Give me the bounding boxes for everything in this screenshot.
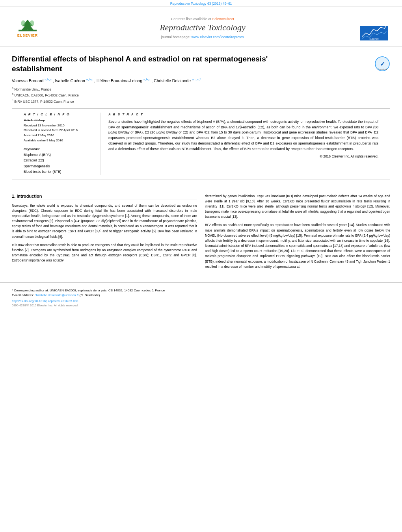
email-link[interactable]: christelle.delalande@unicaen.fr	[35, 293, 79, 297]
footnote-corresponding: * Corresponding author at: UNICAEN EA260…	[12, 288, 390, 293]
svg-text:CrossMark: CrossMark	[378, 68, 387, 70]
abstract-section: A B S T R A C T Several studies have hig…	[108, 113, 378, 175]
homepage-url[interactable]: www.elsevier.com/locate/reprotox	[192, 35, 244, 39]
crossmark-logo: ✓ CrossMark	[374, 56, 390, 72]
svg-point-3	[30, 20, 34, 26]
abstract-title: A B S T R A C T	[108, 113, 378, 116]
intro-heading: 1. Introduction	[12, 194, 197, 200]
journal-title: Reproductive Toxicology	[55, 22, 350, 33]
affiliations: a Normandie Univ., France b UNICAEN, EA2…	[12, 86, 390, 104]
footnote-area: * Corresponding author at: UNICAEN EA260…	[0, 282, 402, 309]
keywords-label: Keywords:	[24, 147, 94, 151]
copyright: © 2016 Elsevier Inc. All rights reserved…	[108, 154, 378, 158]
footnote-email: E-mail address: christelle.delalande@uni…	[12, 293, 390, 298]
abstract-text: Several studies have highlighted the neg…	[108, 119, 378, 152]
article-dates: Received 13 November 2015 Received in re…	[24, 123, 94, 143]
journal-header: ELSEVIER Contents lists available at Sci…	[0, 7, 402, 46]
article-info: A R T I C L E I N F O Article history: R…	[24, 113, 100, 175]
header-center: Contents lists available at ScienceDirec…	[47, 17, 358, 39]
elsevier-logo: ELSEVIER	[8, 17, 47, 39]
authors: Vanessa Brouard a,b,c , Isabelle Guénon …	[12, 78, 390, 83]
intro-paragraph-right2: BPA effects on health and more specifica…	[205, 222, 390, 269]
keyword-btb: Blood testis barrier (BTB)	[24, 169, 94, 174]
intro-paragraph-right1: determined by genes invalidation. Cyp19a…	[205, 194, 390, 220]
thumb-graph: ELSEVIER	[359, 22, 389, 41]
intro-paragraph2: It is now clear that mammalian testis is…	[12, 243, 197, 263]
journal-reference-banner: Reproductive Toxicology 63 (2016) 49–61	[170, 2, 232, 6]
svg-text:ELSEVIER: ELSEVIER	[369, 38, 379, 40]
svg-rect-4	[360, 22, 388, 41]
elsevier-label: ELSEVIER	[17, 33, 38, 37]
svg-point-2	[21, 20, 25, 26]
content-right: determined by genes invalidation. Cyp19a…	[205, 194, 390, 272]
intro-paragraph1: Nowadays, the whole world is exposed to …	[12, 203, 197, 239]
journal-thumbnail: ReproductiveToxicology ELSEVIER	[358, 14, 390, 42]
issn-line: 0890-6238/© 2016 Elsevier Inc. All right…	[12, 304, 390, 307]
content-left: 1. Introduction Nowadays, the whole worl…	[12, 194, 197, 272]
keyword-spermatogenesis: Spermatogenesis	[24, 163, 94, 169]
thumb-journal-title: ReproductiveToxicology	[367, 15, 382, 21]
svg-text:✓: ✓	[380, 61, 385, 67]
article-section: Differential effects of bisphenol A and …	[0, 46, 402, 188]
article-info-title: A R T I C L E I N F O	[24, 113, 94, 116]
keywords-section: Keywords: Bisphenol A (BPA) Estradiol (E…	[24, 147, 94, 175]
doi-line[interactable]: http://dx.doi.org/10.1016/j.reprotox.201…	[12, 299, 390, 303]
keyword-e2: Estradiol (E2)	[24, 158, 94, 163]
elsevier-tree-icon	[16, 19, 39, 33]
article-title: Differential effects of bisphenol A and …	[12, 54, 296, 74]
sciencedirect-text[interactable]: ScienceDirect	[212, 17, 234, 21]
page: Reproductive Toxicology 63 (2016) 49–61 …	[0, 0, 402, 532]
article-info-abstract: A R T I C L E I N F O Article history: R…	[12, 113, 390, 175]
keyword-bpa: Bisphenol A (BPA)	[24, 152, 94, 158]
main-content: 1. Introduction Nowadays, the whole worl…	[0, 188, 402, 278]
article-history-label: Article history:	[24, 119, 94, 122]
journal-homepage: journal homepage: www.elsevier.com/locat…	[55, 35, 350, 39]
sciencedirect-link: Contents lists available at ScienceDirec…	[55, 17, 350, 21]
